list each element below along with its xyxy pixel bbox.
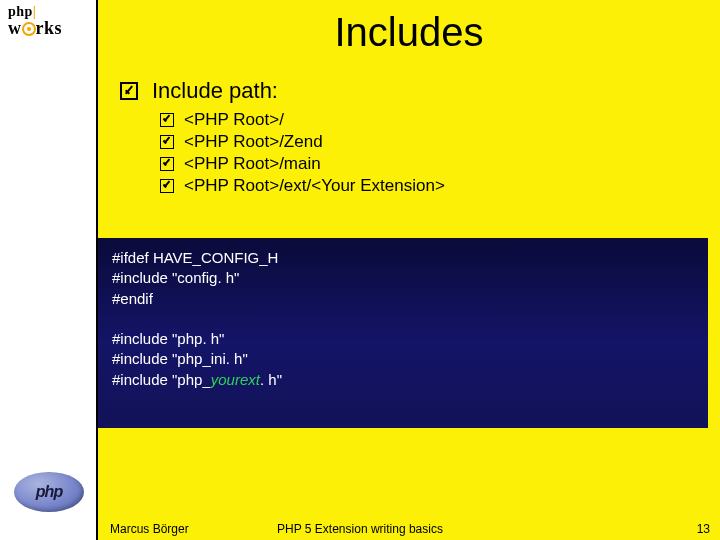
logo-bar: | [33, 4, 37, 19]
list-item: <PHP Root>/main [160, 154, 700, 174]
code-line: #endif [112, 289, 694, 309]
list-item: <PHP Root>/ext/<Your Extension> [160, 176, 700, 196]
footer: Marcus Börger PHP 5 Extension writing ba… [0, 522, 720, 536]
checkbox-icon [160, 157, 174, 171]
heading-row: Include path: [120, 78, 700, 104]
left-strip: php| wrks php [0, 0, 98, 540]
code-line: #ifdef HAVE_CONFIG_H [112, 248, 694, 268]
path-text: <PHP Root>/ext/<Your Extension> [184, 176, 445, 196]
checkbox-icon [160, 179, 174, 193]
php-logo-text: php [36, 483, 62, 501]
heading-text: Include path: [152, 78, 278, 104]
path-text: <PHP Root>/Zend [184, 132, 323, 152]
footer-pagenum: 13 [697, 522, 710, 536]
logo-php-text: php [8, 4, 33, 19]
target-icon [22, 22, 36, 36]
logo-w: w [8, 18, 22, 38]
code-block: #ifdef HAVE_CONFIG_H #include "config. h… [98, 238, 708, 428]
list-item: <PHP Root>/ [160, 110, 700, 130]
list-item: <PHP Root>/Zend [160, 132, 700, 152]
php-logo: php [14, 472, 84, 512]
code-line: #include "php. h" [112, 329, 694, 349]
path-text: <PHP Root>/main [184, 154, 321, 174]
slide-title: Includes [98, 10, 720, 55]
checkbox-icon [160, 135, 174, 149]
path-text: <PHP Root>/ [184, 110, 284, 130]
footer-author: Marcus Börger [110, 522, 189, 536]
content-area: Include path: <PHP Root>/ <PHP Root>/Zen… [120, 78, 700, 198]
code-line: #include "config. h" [112, 268, 694, 288]
code-line: #include "php_ini. h" [112, 349, 694, 369]
code-line: #include "php_yourext. h" [112, 370, 694, 390]
checkbox-icon [160, 113, 174, 127]
code-blank [112, 309, 694, 329]
checkbox-icon [120, 82, 138, 100]
logo-rks: rks [36, 18, 63, 38]
path-list: <PHP Root>/ <PHP Root>/Zend <PHP Root>/m… [160, 110, 700, 196]
footer-title: PHP 5 Extension writing basics [0, 522, 720, 536]
phpworks-logo: php| wrks [8, 4, 62, 39]
slide: php| wrks php Includes Include path: <PH… [0, 0, 720, 540]
